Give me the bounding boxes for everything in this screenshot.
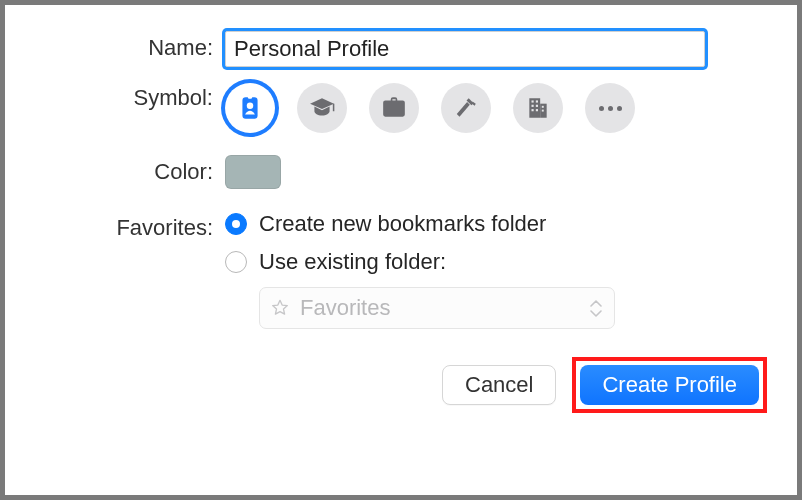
svg-rect-10 — [532, 109, 534, 111]
name-label: Name: — [35, 31, 225, 65]
svg-rect-4 — [529, 98, 540, 118]
dialog-footer: Cancel Create Profile — [35, 357, 767, 413]
svg-rect-2 — [248, 96, 252, 98]
favorites-option-existing[interactable]: Use existing folder: — [225, 249, 767, 275]
favorites-option-existing-label: Use existing folder: — [259, 249, 446, 275]
annotation-highlight: Create Profile — [572, 357, 767, 413]
svg-rect-7 — [536, 100, 538, 102]
symbol-hammer-icon[interactable] — [441, 83, 491, 133]
symbol-label: Symbol: — [35, 81, 225, 115]
svg-rect-13 — [542, 110, 544, 112]
radio-icon — [225, 251, 247, 273]
svg-rect-9 — [536, 105, 538, 107]
symbol-graduation-cap-icon[interactable] — [297, 83, 347, 133]
radio-icon — [225, 213, 247, 235]
favorites-folder-placeholder: Favorites — [300, 295, 390, 321]
svg-rect-6 — [532, 100, 534, 102]
favorites-folder-select[interactable]: Favorites — [259, 287, 615, 329]
favorites-row: Favorites: Create new bookmarks folder U… — [35, 211, 767, 329]
symbol-id-badge-icon[interactable] — [225, 83, 275, 133]
svg-rect-12 — [542, 106, 544, 108]
color-row: Color: — [35, 155, 767, 189]
symbol-briefcase-icon[interactable] — [369, 83, 419, 133]
symbol-more-icon[interactable] — [585, 83, 635, 133]
chevron-up-down-icon — [586, 288, 606, 328]
svg-point-1 — [247, 103, 254, 110]
favorites-option-create[interactable]: Create new bookmarks folder — [225, 211, 767, 237]
svg-rect-11 — [536, 109, 538, 111]
color-swatch[interactable] — [225, 155, 281, 189]
star-icon — [270, 298, 290, 318]
name-input[interactable] — [225, 31, 705, 67]
color-label: Color: — [35, 155, 225, 189]
symbol-row: Symbol: — [35, 81, 767, 133]
favorites-label: Favorites: — [35, 211, 225, 245]
cancel-button[interactable]: Cancel — [442, 365, 556, 405]
symbol-building-icon[interactable] — [513, 83, 563, 133]
svg-rect-3 — [333, 104, 335, 112]
name-row: Name: — [35, 31, 767, 67]
profile-dialog: Name: Symbol: — [0, 0, 802, 500]
svg-rect-8 — [532, 105, 534, 107]
create-profile-button[interactable]: Create Profile — [580, 365, 759, 405]
favorites-option-create-label: Create new bookmarks folder — [259, 211, 546, 237]
